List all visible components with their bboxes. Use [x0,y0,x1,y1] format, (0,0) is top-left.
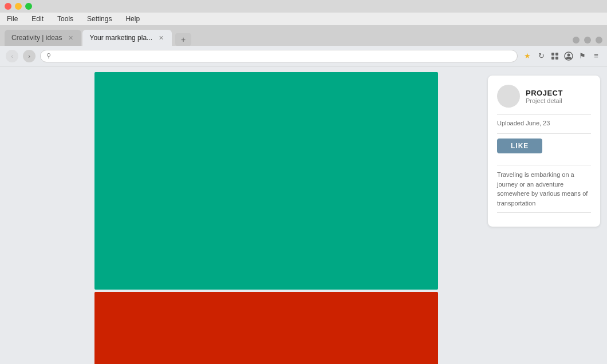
extensions-icon[interactable] [550,51,560,61]
main-content: PROJECT Project detail Uploaded June, 23… [0,66,607,364]
win-btn-3 [596,37,602,43]
uploaded-text: Uploaded June, 23 [497,120,591,126]
tab-creativity-close[interactable]: ✕ [66,34,74,42]
svg-point-5 [567,53,570,56]
divider-4 [497,212,591,213]
menu-icon[interactable]: ≡ [591,51,601,61]
title-bar [0,0,607,13]
menu-help[interactable]: Help [123,14,142,24]
tab-creativity-label: Creativity | ideas [11,34,62,42]
content-scroll[interactable] [0,66,481,364]
address-bar[interactable]: ⚲ [40,50,518,62]
forward-button[interactable]: › [23,50,36,62]
toolbar-actions: ★ ↻ ⚑ ≡ [522,51,601,61]
project-subtitle: Project detail [526,97,563,104]
minimize-button[interactable] [15,3,22,10]
svg-rect-3 [555,57,558,60]
profile-icon[interactable] [563,51,574,61]
close-button[interactable] [5,3,11,10]
win-btn-1 [573,37,580,43]
window-controls [573,37,602,46]
menu-file[interactable]: File [5,14,20,24]
menu-settings[interactable]: Settings [85,14,114,24]
divider-1 [497,114,591,115]
new-tab-button[interactable]: + [175,33,191,46]
project-card: PROJECT Project detail Uploaded June, 23… [488,76,600,227]
image-green [94,72,438,290]
flag-icon[interactable]: ⚑ [577,51,588,61]
project-header: PROJECT Project detail [497,85,591,108]
tab-marketing[interactable]: Your marketing pla... ✕ [82,30,172,46]
bookmark-icon[interactable]: ★ [522,51,533,61]
menu-bar: File Edit Tools Settings Help [0,13,607,25]
search-icon: ⚲ [46,52,51,60]
traffic-lights [5,3,32,10]
sidebar: PROJECT Project detail Uploaded June, 23… [481,66,607,364]
image-red [94,292,438,364]
refresh-icon[interactable]: ↻ [536,51,546,61]
divider-3 [497,165,591,165]
toolbar: ‹ › ⚲ ★ ↻ ⚑ ≡ [0,46,607,66]
svg-rect-0 [551,53,554,56]
divider-2 [497,133,591,134]
image-block [94,72,438,364]
back-button[interactable]: ‹ [6,50,18,62]
tab-creativity[interactable]: Creativity | ideas ✕ [5,30,81,46]
search-input[interactable] [54,53,511,60]
like-button[interactable]: LIKE [497,139,542,153]
svg-rect-2 [551,57,554,60]
svg-rect-1 [555,53,558,56]
maximize-button[interactable] [25,3,32,10]
project-avatar [497,85,520,108]
tab-bar: Creativity | ideas ✕ Your marketing pla.… [0,25,607,46]
win-btn-2 [584,37,591,43]
project-title-group: PROJECT Project detail [526,89,563,104]
tab-marketing-close[interactable]: ✕ [157,34,165,42]
tab-marketing-label: Your marketing pla... [89,34,152,42]
menu-edit[interactable]: Edit [29,14,46,24]
menu-tools[interactable]: Tools [55,14,76,24]
project-title: PROJECT [526,89,563,97]
description-text: Traveling is embarking on a journey or a… [497,170,591,208]
